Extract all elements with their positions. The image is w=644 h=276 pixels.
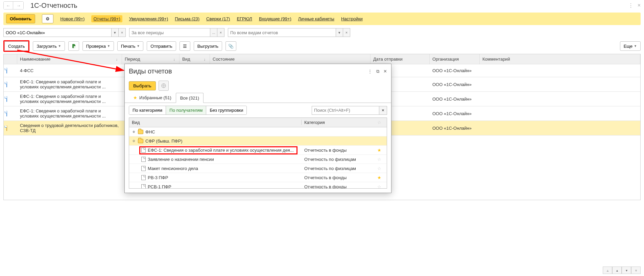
scroll-top-button[interactable]: ▵: [603, 267, 612, 274]
tree-item-category: Отчетность в фонды: [304, 184, 347, 189]
favorite-star-icon[interactable]: ★: [377, 148, 384, 153]
tree-item[interactable]: Заявление о назначении пенсии Отчетность…: [129, 155, 387, 164]
table-header: Наименование↓ Период↓ Вид↓ Состояние Дат…: [4, 54, 640, 64]
period-input[interactable]: [129, 28, 210, 37]
period-ellipsis-button[interactable]: ...: [210, 28, 217, 37]
row-org: ООО «1С-Онлайн»: [430, 82, 480, 87]
row-org: ООО «1С-Онлайн»: [430, 97, 480, 102]
tree-item-category: Отчетность в фонды: [304, 148, 347, 153]
scroll-bottom-button[interactable]: ▿: [631, 267, 641, 274]
document-icon: [141, 157, 146, 162]
row-org: ООО «1С-Онлайн»: [430, 126, 480, 131]
nav-settings[interactable]: Настройки: [341, 16, 363, 21]
seg-by-category[interactable]: По категориям: [129, 106, 166, 114]
nav-cabinets[interactable]: Личные кабинеты: [298, 16, 334, 21]
org-dropdown-button[interactable]: ▾: [111, 28, 119, 37]
tree-item[interactable]: РВ-3 ПФР Отчетность в фонды★: [129, 173, 387, 182]
tree-folder-fns[interactable]: ⊕ФНС: [129, 127, 387, 136]
refresh-button[interactable]: Обновить: [6, 14, 35, 23]
type-input[interactable]: [228, 28, 336, 37]
reload-icon-button[interactable]: [68, 41, 79, 51]
tree-item[interactable]: Макет пенсионного дела Отчетность по физ…: [129, 164, 387, 173]
nav-letters[interactable]: Письма (23): [175, 16, 199, 21]
row-org: ООО «1С-Онлайн»: [430, 111, 480, 116]
more-button[interactable]: Еще▼: [620, 41, 641, 51]
favorite-star-icon[interactable]: ☆: [377, 166, 384, 171]
tree-body[interactable]: ⊕ФНС ⊖СФР (бывш. ПФР) ЕФС-1: Сведения о …: [129, 127, 387, 188]
nav-reconciliations[interactable]: Сверки (17): [206, 16, 230, 21]
seg-no-grouping[interactable]: Без группировки: [206, 106, 246, 114]
check-button[interactable]: Проверка▼: [82, 41, 114, 51]
org-clear-button[interactable]: ×: [118, 28, 126, 37]
tree-item[interactable]: ЕФС-1: Сведения о заработной плате и усл…: [129, 146, 387, 155]
favorite-star-icon[interactable]: ☆: [377, 157, 384, 162]
period-clear-button[interactable]: ×: [217, 28, 224, 37]
nav-notifications[interactable]: Уведомления (99+): [129, 16, 168, 21]
nav-back-button[interactable]: ←: [4, 2, 13, 9]
titlebar-controls: ⋮ ×: [628, 2, 641, 9]
tree-col-cat[interactable]: Категория☆: [302, 120, 387, 125]
favorite-star-icon[interactable]: ★: [377, 175, 384, 180]
nav-egrul[interactable]: ЕГРЮЛ: [237, 16, 252, 21]
tree-col-vid[interactable]: Вид: [129, 120, 302, 125]
org-input[interactable]: [3, 28, 112, 37]
collapse-icon[interactable]: ⊖: [132, 139, 136, 143]
type-dropdown-button[interactable]: ▾: [336, 28, 343, 37]
row-name: 4-ФСС: [17, 68, 122, 73]
col-date[interactable]: Дата отправки: [371, 54, 430, 64]
report-types-modal: Виды отчетов ⋮ ⧉ ✕ Выбрать ★Избранные (5…: [124, 64, 391, 193]
tree-item-category: Отчетность по физлицам: [304, 157, 356, 162]
print-button[interactable]: Печать▼: [117, 41, 144, 51]
col-comment[interactable]: Комментарий: [480, 54, 640, 64]
export-button[interactable]: Выгрузить: [194, 41, 222, 51]
nav-arrows: ← →: [3, 1, 24, 9]
modal-close-icon[interactable]: ✕: [383, 69, 387, 74]
tree-item-name: РВ-3 ПФР: [148, 175, 168, 180]
toolbar: Создать Загрузить▼ Проверка▼ Печать▼ Отп…: [0, 38, 644, 54]
modal-menu-icon[interactable]: ⋮: [368, 69, 372, 74]
page-title: 1С-Отчетность: [30, 2, 77, 9]
attach-icon-button[interactable]: 📎: [225, 41, 236, 51]
command-bar: Обновить ⚙ Новое (99+) Отчеты (99+) Увед…: [3, 13, 641, 25]
settings-button[interactable]: ⚙: [42, 14, 53, 23]
create-button[interactable]: Создать: [4, 41, 28, 51]
tree-item-name: ЕФС-1: Сведения о заработной плате и усл…: [148, 148, 294, 153]
type-filter: ▾ ×: [228, 28, 350, 37]
globe-button[interactable]: [159, 81, 169, 91]
nav-reports[interactable]: Отчеты (99+): [91, 15, 122, 22]
type-clear-button[interactable]: ×: [343, 28, 350, 37]
menu-dots-icon[interactable]: ⋮: [628, 2, 634, 9]
col-vid[interactable]: Вид↓: [180, 54, 210, 64]
tree-header: Вид Категория☆: [129, 118, 387, 127]
modal-sub-toolbar: По категориям По получателям Без группир…: [125, 103, 391, 118]
filter-row: ▾ × ... × ▾ ×: [0, 27, 644, 38]
load-button[interactable]: Загрузить▼: [33, 41, 65, 51]
modal-search-input[interactable]: [312, 106, 379, 115]
scroll-up-button[interactable]: ▴: [612, 267, 622, 274]
modal-search-clear[interactable]: ×: [379, 106, 387, 115]
tab-favorites[interactable]: ★Избранные (51): [129, 93, 176, 103]
tree-folder-sfr[interactable]: ⊖СФР (бывш. ПФР): [129, 136, 387, 146]
tree-item[interactable]: РСВ-1 ПФР Отчетность в фонды☆: [129, 182, 387, 188]
tab-all[interactable]: Все (321): [176, 93, 204, 103]
col-icon[interactable]: [4, 54, 17, 64]
scroll-down-button[interactable]: ▾: [622, 267, 631, 274]
col-org[interactable]: Организация: [430, 54, 480, 64]
nav-forward-button[interactable]: →: [14, 2, 23, 9]
modal-maximize-icon[interactable]: ⧉: [376, 69, 379, 74]
create-highlight: Создать: [3, 40, 29, 52]
favorite-star-icon[interactable]: ☆: [377, 184, 384, 189]
list-icon-button[interactable]: ☰: [180, 41, 190, 51]
col-name[interactable]: Наименование↓: [17, 54, 122, 64]
document-icon: [141, 175, 146, 180]
close-icon[interactable]: ×: [638, 2, 641, 9]
choose-button[interactable]: Выбрать: [129, 81, 156, 90]
col-period[interactable]: Период↓: [122, 54, 180, 64]
expand-icon[interactable]: ⊕: [132, 130, 136, 134]
send-button[interactable]: Отправить: [147, 41, 176, 51]
seg-by-recipient[interactable]: По получателям: [166, 106, 206, 114]
nav-incoming[interactable]: Входящие (99+): [259, 16, 291, 21]
col-state[interactable]: Состояние: [210, 54, 371, 64]
nav-new[interactable]: Новое (99+): [60, 16, 85, 21]
org-filter: ▾ ×: [3, 28, 126, 37]
